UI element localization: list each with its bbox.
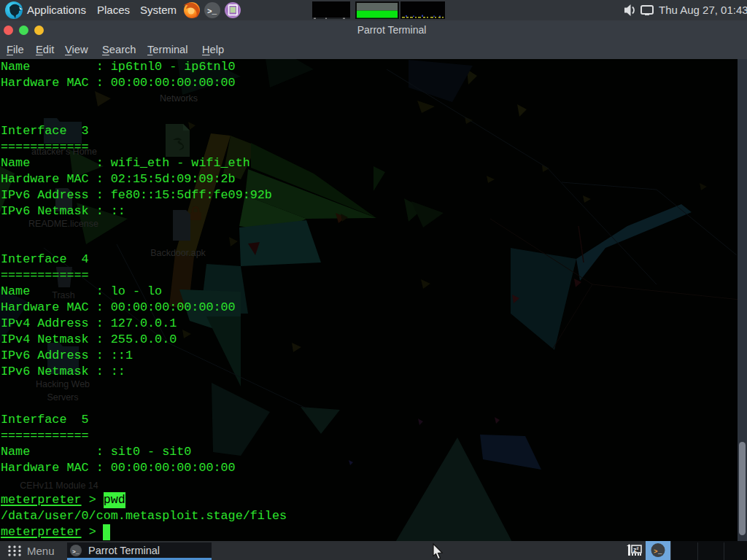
svg-text:Menu: Menu — [27, 545, 55, 557]
svg-text:>: > — [654, 548, 657, 556]
svg-text:>_: >_ — [207, 7, 217, 16]
svg-text:Parrot Terminal: Parrot Terminal — [88, 545, 160, 556]
svg-text:z²: z² — [633, 546, 639, 553]
svg-text:_: _ — [657, 548, 662, 556]
svg-text:>_: >_ — [72, 548, 80, 555]
